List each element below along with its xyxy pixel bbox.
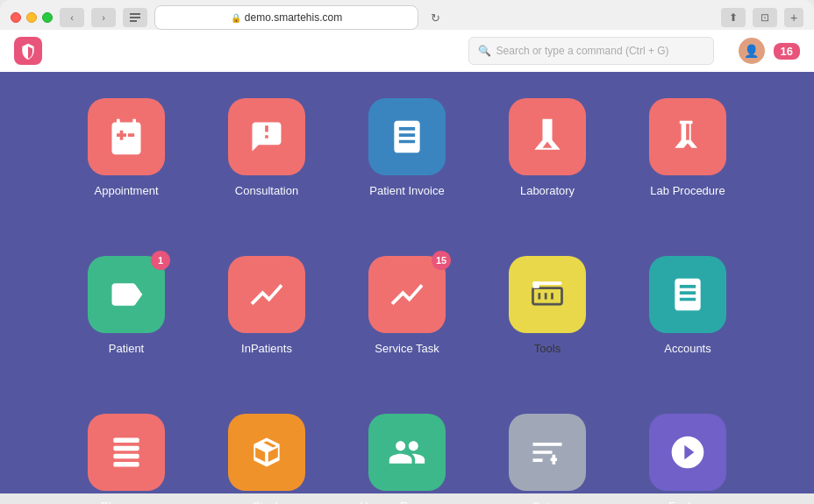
patient-icon: 1 bbox=[88, 256, 165, 333]
appointment-icon bbox=[88, 98, 165, 175]
patient-label: Patient bbox=[109, 342, 144, 355]
pharmacy-label: Pharmacy bbox=[101, 500, 153, 504]
grid-item-pharmacy[interactable]: Pharmacy bbox=[65, 414, 188, 504]
explore-label: Explore bbox=[668, 500, 707, 504]
setup-icon bbox=[509, 414, 586, 491]
lock-icon: 🔒 bbox=[231, 13, 241, 23]
tools-label: Tools bbox=[534, 342, 561, 355]
inpatients-label: InPatients bbox=[241, 342, 292, 355]
service-task-label: Service Task bbox=[375, 342, 439, 355]
notification-badge[interactable]: 16 bbox=[774, 43, 800, 60]
svg-rect-1 bbox=[130, 17, 140, 18]
laboratory-icon bbox=[509, 98, 586, 175]
patient-invoice-icon bbox=[368, 98, 446, 175]
grid-item-setup[interactable]: Setup bbox=[486, 414, 609, 504]
grid-item-laboratory[interactable]: Laboratory bbox=[486, 98, 609, 238]
accounts-label: Accounts bbox=[664, 342, 710, 355]
svg-rect-9 bbox=[113, 438, 139, 444]
setup-label: Setup bbox=[532, 500, 562, 504]
grid-item-patient[interactable]: 1 Patient bbox=[65, 256, 188, 396]
patient-invoice-label: Patient Invoice bbox=[369, 184, 444, 197]
svg-rect-2 bbox=[130, 20, 137, 22]
laboratory-label: Laboratory bbox=[520, 184, 575, 197]
grid-item-appointment[interactable]: Appointment bbox=[65, 98, 188, 238]
svg-rect-0 bbox=[130, 13, 140, 15]
grid-item-patient-invoice[interactable]: Patient Invoice bbox=[346, 98, 468, 238]
app-content: 🔍 Search or type a command (Ctrl + G) 👤 … bbox=[0, 30, 814, 493]
stock-icon bbox=[228, 414, 305, 491]
share-button[interactable]: ⬆ bbox=[721, 8, 746, 27]
grid-item-consultation[interactable]: Consultation bbox=[205, 98, 328, 238]
consultation-icon bbox=[228, 98, 305, 175]
search-bar[interactable]: 🔍 Search or type a command (Ctrl + G) bbox=[468, 37, 714, 65]
traffic-lights bbox=[11, 12, 53, 23]
url-text: demo.smartehis.com bbox=[245, 11, 342, 24]
svg-rect-4 bbox=[533, 288, 562, 304]
appointment-label: Appointment bbox=[95, 184, 159, 197]
search-icon: 🔍 bbox=[478, 45, 491, 57]
service-task-icon: 15 bbox=[368, 256, 446, 333]
app-logo bbox=[14, 37, 42, 65]
new-tab-button[interactable]: + bbox=[784, 8, 803, 27]
app-navbar: 🔍 Search or type a command (Ctrl + G) 👤 … bbox=[0, 30, 814, 72]
grid-item-tools[interactable]: Tools bbox=[486, 256, 609, 396]
grid-item-stock[interactable]: Stock bbox=[205, 414, 328, 504]
tab-list-button[interactable] bbox=[123, 8, 147, 27]
forward-button[interactable]: › bbox=[91, 8, 116, 27]
app-grid: Appointment Consultation Patient Invoice… bbox=[0, 72, 814, 504]
svg-rect-12 bbox=[113, 462, 139, 467]
grid-item-accounts[interactable]: Accounts bbox=[626, 256, 749, 396]
explore-icon bbox=[649, 414, 726, 491]
new-window-button[interactable]: ⊡ bbox=[753, 8, 777, 27]
svg-rect-8 bbox=[533, 281, 539, 287]
pharmacy-icon bbox=[88, 414, 165, 491]
back-button[interactable]: ‹ bbox=[60, 8, 84, 27]
svg-rect-11 bbox=[113, 454, 139, 459]
titlebar: ‹ › 🔒 demo.smartehis.com ↻ ⬆ ⊡ + bbox=[0, 0, 814, 30]
inpatients-icon bbox=[228, 256, 305, 333]
grid-item-explore[interactable]: Explore bbox=[626, 414, 749, 504]
maximize-button[interactable] bbox=[42, 12, 53, 23]
consultation-label: Consultation bbox=[235, 184, 298, 197]
lab-procedure-icon bbox=[649, 98, 726, 175]
refresh-button[interactable]: ↻ bbox=[425, 8, 445, 27]
browser-window: ‹ › 🔒 demo.smartehis.com ↻ ⬆ ⊡ + bbox=[0, 0, 814, 30]
service-task-badge: 15 bbox=[432, 251, 451, 270]
grid-item-inpatients[interactable]: InPatients bbox=[205, 256, 328, 396]
grid-item-human-resources[interactable]: Human Resources bbox=[346, 414, 468, 504]
grid-item-lab-procedure[interactable]: Lab Procedure bbox=[626, 98, 749, 238]
svg-rect-10 bbox=[113, 446, 139, 451]
avatar[interactable]: 👤 bbox=[739, 38, 765, 64]
close-button[interactable] bbox=[11, 12, 21, 23]
lab-procedure-label: Lab Procedure bbox=[650, 184, 725, 197]
navbar-right: 👤 16 bbox=[739, 38, 800, 64]
stock-label: Stock bbox=[253, 500, 282, 504]
search-placeholder: Search or type a command (Ctrl + G) bbox=[496, 45, 669, 57]
tools-icon bbox=[509, 256, 586, 333]
accounts-icon bbox=[649, 256, 726, 333]
patient-badge: 1 bbox=[151, 251, 170, 270]
human-resources-label: Human Resources bbox=[360, 500, 454, 504]
human-resources-icon bbox=[368, 414, 446, 491]
address-bar[interactable]: 🔒 demo.smartehis.com bbox=[154, 5, 418, 30]
grid-item-service-task[interactable]: 15 Service Task bbox=[346, 256, 468, 396]
minimize-button[interactable] bbox=[26, 12, 37, 23]
